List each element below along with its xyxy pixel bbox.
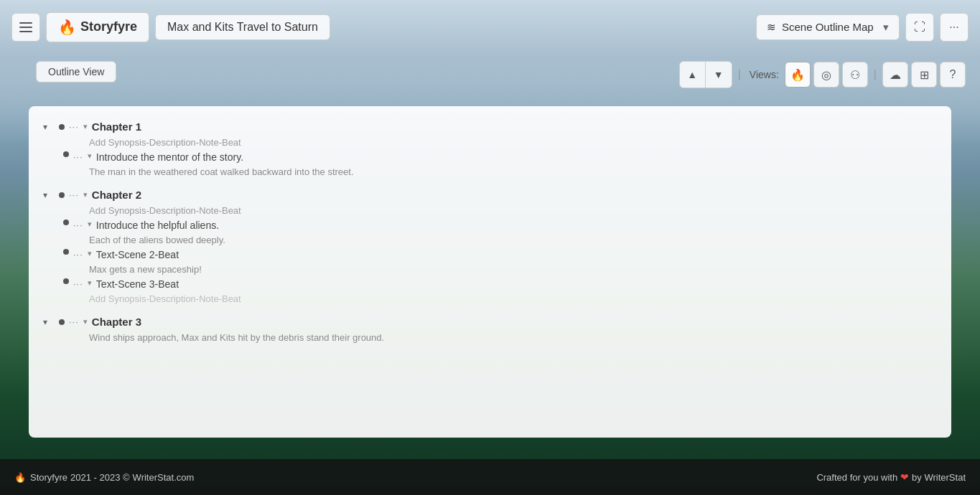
outline-view-label: Outline View: [36, 61, 116, 82]
collapse-arrow[interactable]: ▾: [43, 122, 55, 132]
add-synopsis-link[interactable]: Add Synopsis-Description-Note-Beat: [89, 204, 937, 217]
views-label: Views:: [747, 69, 782, 80]
chapter-title: Chapter 1: [92, 121, 141, 133]
nav-up-down-group: ▲ ▼: [679, 61, 732, 88]
chapter-row: ▾ ··· ▾ Chapter 3: [43, 313, 937, 331]
scene-text: The man in the weathered coat walked bac…: [89, 165, 937, 179]
collapse-arrow[interactable]: ▾: [43, 317, 55, 327]
ellipsis-icon: ···: [949, 21, 958, 34]
scene-dropdown-arrow[interactable]: ▾: [88, 151, 92, 161]
person-view-icon: ⚇: [850, 68, 860, 82]
view-help-button[interactable]: ?: [940, 62, 966, 88]
chapter-item: ▾ ··· ▾ Chapter 1 Add Synopsis-Descripti…: [43, 118, 937, 179]
document-title: Max and Kits Travel to Saturn: [167, 21, 318, 33]
chapter-dropdown-arrow[interactable]: ▾: [83, 122, 88, 131]
fire-view-icon: 🔥: [790, 68, 805, 82]
scene-title: Introduce the mentor of the story.: [96, 151, 243, 163]
grid-view-icon: ⊞: [920, 68, 929, 82]
scene-row: ··· ▾ Introduce the helpful aliens.: [63, 217, 937, 233]
scene-outline-button[interactable]: ≋ Scene Outline Map ▾: [756, 14, 900, 40]
nav-down-button[interactable]: ▼: [706, 62, 732, 88]
footer-site: WriterStat.com: [133, 472, 195, 483]
scene-dot: [63, 220, 69, 225]
fire-footer-icon: 🔥: [14, 472, 26, 483]
scene-row: ··· ▾ Text-Scene 2-Beat: [63, 247, 937, 263]
chapter-title: Chapter 3: [92, 316, 141, 328]
add-synopsis-link[interactable]: Add Synopsis-Description-Note-Beat: [89, 136, 937, 149]
document-title-button[interactable]: Max and Kits Travel to Saturn: [155, 14, 330, 40]
chapter-more-button[interactable]: ···: [69, 189, 79, 200]
scene-title: Text-Scene 2-Beat: [96, 249, 179, 260]
chapter-dot: [59, 124, 65, 130]
help-view-icon: ?: [950, 68, 956, 81]
chapter-dropdown-arrow[interactable]: ▾: [83, 190, 88, 199]
fullscreen-icon: ⛶: [914, 21, 925, 34]
chevron-down-icon: ▾: [883, 21, 889, 34]
view-cloud-button[interactable]: ☁: [882, 62, 908, 88]
header-right: ≋ Scene Outline Map ▾ ⛶ ···: [756, 13, 969, 42]
scene-text: Each of the aliens bowed deeply.: [89, 233, 937, 247]
scene-more-button[interactable]: ···: [73, 220, 83, 230]
view-fire-button[interactable]: 🔥: [785, 62, 811, 88]
scene-title: Introduce the helpful aliens.: [96, 220, 219, 231]
view-circle-button[interactable]: ◎: [813, 62, 839, 88]
brand-name: Storyfyre: [80, 19, 137, 34]
chapter-more-button[interactable]: ···: [69, 121, 79, 132]
footer-right: Crafted for you with ❤ by WriterStat: [816, 471, 966, 483]
scene-more-button[interactable]: ···: [73, 249, 83, 260]
header: 🔥 Storyfyre Max and Kits Travel to Satur…: [0, 0, 980, 54]
cloud-view-icon: ☁: [890, 68, 901, 82]
down-arrow-icon: ▼: [714, 69, 724, 80]
nav-controls: ▲ ▼ | Views: 🔥 ◎ ⚇ | ☁ ⊞ ?: [679, 61, 966, 88]
scene-dot: [63, 249, 69, 255]
view-grid-button[interactable]: ⊞: [911, 62, 937, 88]
by-writerstat: by WriterStat: [912, 472, 966, 483]
scene-text[interactable]: Add Synopsis-Description-Note-Beat: [89, 292, 937, 306]
crafted-text: Crafted for you with: [816, 472, 897, 483]
hamburger-icon: [19, 22, 32, 32]
chapter-dropdown-arrow[interactable]: ▾: [83, 317, 88, 326]
divider2: |: [871, 68, 879, 81]
footer: 🔥 Storyfyre 2021 - 2023 © WriterStat.com…: [0, 459, 980, 495]
scene-more-button[interactable]: ···: [73, 278, 83, 289]
nav-up-button[interactable]: ▲: [680, 62, 706, 88]
scene-row: ··· ▾ Introduce the mentor of the story.: [63, 149, 937, 165]
divider: |: [735, 68, 744, 81]
chapter-dot: [59, 319, 65, 325]
waves-icon: ≋: [767, 21, 776, 34]
scene-dropdown-arrow[interactable]: ▾: [88, 278, 92, 288]
scene-more-button[interactable]: ···: [73, 151, 83, 162]
scene-dropdown-arrow[interactable]: ▾: [88, 220, 92, 229]
heart-icon: ❤: [900, 471, 909, 483]
chapter-more-button[interactable]: ···: [69, 316, 79, 327]
outline-panel: ▾ ··· ▾ Chapter 1 Add Synopsis-Descripti…: [29, 106, 951, 438]
collapse-arrow[interactable]: ▾: [43, 190, 55, 200]
footer-brand: Storyfyre: [30, 472, 67, 483]
fire-icon: 🔥: [58, 19, 76, 36]
circle-view-icon: ◎: [821, 68, 831, 82]
scene-title: Text-Scene 3-Beat: [96, 278, 179, 290]
view-person-button[interactable]: ⚇: [842, 62, 868, 88]
scene-row: ··· ▾ Text-Scene 3-Beat: [63, 276, 937, 292]
chapter-text: Wind ships approach, Max and Kits hit by…: [89, 331, 937, 344]
chapter-row: ▾ ··· ▾ Chapter 2: [43, 186, 937, 204]
chapter-item: ▾ ··· ▾ Chapter 2 Add Synopsis-Descripti…: [43, 186, 937, 306]
more-options-button[interactable]: ···: [940, 13, 969, 42]
fullscreen-button[interactable]: ⛶: [905, 13, 934, 42]
chapter-item: ▾ ··· ▾ Chapter 3 Wind ships approach, M…: [43, 313, 937, 344]
chapter-row: ▾ ··· ▾ Chapter 1: [43, 118, 937, 136]
chapter-title: Chapter 2: [92, 189, 141, 201]
chapter-dot: [59, 192, 65, 198]
scene-dropdown-arrow[interactable]: ▾: [88, 249, 92, 258]
scene-dot: [63, 278, 69, 284]
scene-text: Max gets a new spaceship!: [89, 263, 937, 276]
up-arrow-icon: ▲: [687, 69, 697, 80]
scene-dot: [63, 151, 69, 157]
footer-year: 2021 - 2023 ©: [70, 472, 130, 483]
menu-button[interactable]: [11, 13, 40, 42]
brand-button[interactable]: 🔥 Storyfyre: [46, 12, 149, 42]
scene-outline-label: Scene Outline Map: [782, 21, 874, 33]
